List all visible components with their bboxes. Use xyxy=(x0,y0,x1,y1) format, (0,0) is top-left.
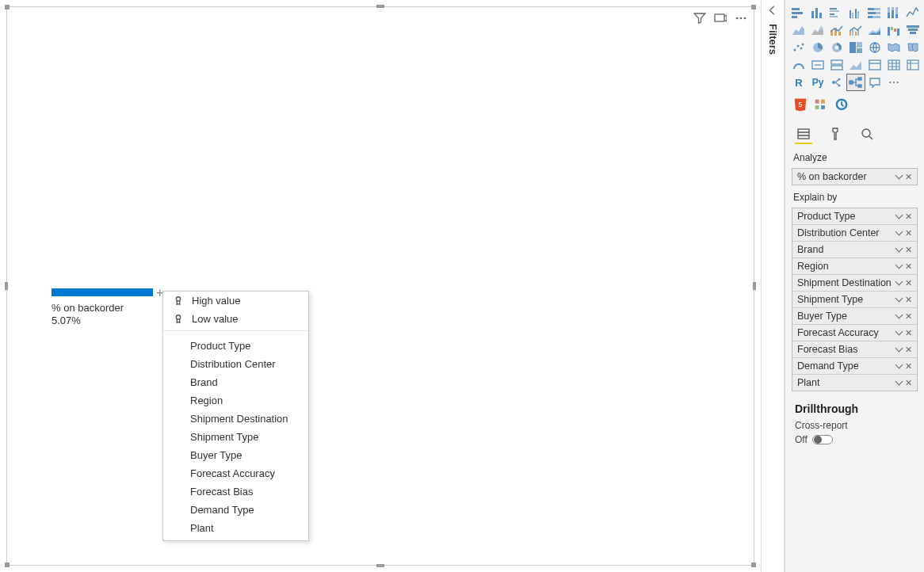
chevron-down-icon[interactable] xyxy=(896,296,902,304)
fields-tab[interactable] xyxy=(795,127,812,144)
format-tab[interactable] xyxy=(827,127,844,144)
expand-field-shipment-type[interactable]: Shipment Type xyxy=(163,428,308,446)
explain-field-plant[interactable]: Plant✕ xyxy=(792,375,917,391)
remove-field-icon[interactable]: ✕ xyxy=(905,329,912,337)
expand-field-region[interactable]: Region xyxy=(163,391,308,410)
expand-field-distribution-center[interactable]: Distribution Center xyxy=(163,355,308,373)
expand-field-forecast-accuracy[interactable]: Forecast Accuracy xyxy=(163,464,308,482)
explain-field-region[interactable]: Region✕ xyxy=(792,258,917,275)
viz-waterfall-icon[interactable] xyxy=(885,22,903,38)
resize-handle-bl[interactable] xyxy=(5,562,10,567)
viz-ribbon-icon[interactable] xyxy=(866,22,884,38)
resize-handle-tc[interactable] xyxy=(376,5,384,8)
expand-field-brand[interactable]: Brand xyxy=(163,373,308,391)
resize-handle-bc[interactable] xyxy=(376,564,384,567)
remove-field-icon[interactable]: ✕ xyxy=(905,362,912,371)
expand-field-shipment-destination[interactable]: Shipment Destination xyxy=(163,410,308,428)
viz-clustered-column-icon[interactable] xyxy=(847,5,865,21)
resize-handle-tl[interactable] xyxy=(5,5,10,10)
filter-icon[interactable] xyxy=(693,12,706,28)
viz-python-icon[interactable]: Py xyxy=(809,74,827,90)
remove-field-icon[interactable]: ✕ xyxy=(905,296,912,304)
viz-stacked-column-icon[interactable] xyxy=(809,5,827,21)
remove-field-icon[interactable]: ✕ xyxy=(905,246,912,254)
viz-treemap-icon[interactable] xyxy=(847,40,865,55)
viz-100-stacked-bar-icon[interactable] xyxy=(866,5,884,21)
remove-field-icon[interactable]: ✕ xyxy=(905,312,912,321)
viz-map-icon[interactable] xyxy=(866,40,884,55)
chevron-down-icon[interactable] xyxy=(896,379,902,387)
viz-stacked-bar-icon[interactable] xyxy=(790,5,808,21)
viz-donut-icon[interactable] xyxy=(828,40,846,55)
filters-pane-collapsed[interactable]: Filters xyxy=(761,0,785,572)
remove-field-icon[interactable]: ✕ xyxy=(905,212,912,221)
chevron-down-icon[interactable] xyxy=(896,229,902,238)
custom-viz-2-icon[interactable] xyxy=(812,97,830,112)
cross-report-toggle[interactable]: Off xyxy=(795,434,914,445)
remove-field-icon[interactable]: ✕ xyxy=(905,173,912,181)
low-value-option[interactable]: Low value xyxy=(163,310,308,328)
chevron-down-icon[interactable] xyxy=(896,262,902,271)
chevron-down-icon[interactable] xyxy=(896,212,902,221)
viz-matrix-icon[interactable] xyxy=(904,57,922,73)
explain-field-forecast-bias[interactable]: Forecast Bias✕ xyxy=(792,341,917,358)
chevron-down-icon[interactable] xyxy=(896,312,902,321)
viz-multi-row-card-icon[interactable] xyxy=(828,57,846,73)
viz-card-icon[interactable] xyxy=(809,57,827,73)
viz-funnel-icon[interactable] xyxy=(904,22,922,38)
explain-field-forecast-accuracy[interactable]: Forecast Accuracy✕ xyxy=(792,325,917,341)
analyze-field-row[interactable]: % on backorder ✕ xyxy=(792,169,917,185)
explain-field-product-type[interactable]: Product Type✕ xyxy=(792,208,917,225)
viz-qa-icon[interactable] xyxy=(866,74,884,90)
viz-scatter-icon[interactable] xyxy=(790,40,808,55)
viz-decomposition-tree-icon[interactable] xyxy=(847,74,865,90)
explain-field-brand[interactable]: Brand✕ xyxy=(792,242,917,258)
viz-more-icon[interactable]: ⋯ xyxy=(885,74,903,90)
chevron-down-icon[interactable] xyxy=(896,345,902,354)
explain-field-shipment-destination[interactable]: Shipment Destination✕ xyxy=(792,275,917,292)
chevron-down-icon[interactable] xyxy=(896,362,902,371)
remove-field-icon[interactable]: ✕ xyxy=(905,279,912,288)
viz-line-icon[interactable] xyxy=(904,5,922,21)
viz-filled-map-icon[interactable] xyxy=(885,40,903,55)
explain-by-field-well[interactable]: Product Type✕ Distribution Center✕ Brand… xyxy=(792,208,918,391)
viz-stacked-area-icon[interactable] xyxy=(809,22,827,38)
remove-field-icon[interactable]: ✕ xyxy=(905,229,912,238)
explain-field-demand-type[interactable]: Demand Type✕ xyxy=(792,358,917,375)
more-options-icon[interactable] xyxy=(735,12,747,28)
expand-field-product-type[interactable]: Product Type xyxy=(163,337,308,355)
remove-field-icon[interactable]: ✕ xyxy=(905,345,912,354)
viz-100-stacked-column-icon[interactable] xyxy=(885,5,903,21)
analytics-tab[interactable] xyxy=(858,127,876,144)
explain-field-distribution-center[interactable]: Distribution Center✕ xyxy=(792,225,917,242)
custom-viz-3-icon[interactable] xyxy=(833,97,850,112)
expand-field-demand-type[interactable]: Demand Type xyxy=(163,501,308,519)
decomposition-root-bar[interactable] xyxy=(52,288,153,296)
resize-handle-ml[interactable] xyxy=(5,282,8,290)
explain-field-shipment-type[interactable]: Shipment Type✕ xyxy=(792,292,917,308)
chevron-down-icon[interactable] xyxy=(896,329,902,337)
remove-field-icon[interactable]: ✕ xyxy=(905,262,912,271)
viz-r-script-icon[interactable]: R xyxy=(790,74,808,90)
viz-shape-map-icon[interactable] xyxy=(904,40,922,55)
expand-field-buyer-type[interactable]: Buyer Type xyxy=(163,446,308,464)
viz-line-stacked-column-icon[interactable] xyxy=(828,22,846,38)
resize-handle-tr[interactable] xyxy=(751,5,756,10)
viz-slicer-icon[interactable] xyxy=(866,57,884,73)
chevron-down-icon[interactable] xyxy=(896,173,902,181)
chevron-down-icon[interactable] xyxy=(896,279,902,288)
resize-handle-br[interactable] xyxy=(751,562,756,567)
viz-gauge-icon[interactable] xyxy=(790,57,808,73)
explain-field-buyer-type[interactable]: Buyer Type✕ xyxy=(792,308,917,325)
report-canvas[interactable]: + % on backorder 5.07% High value Low va… xyxy=(6,6,754,566)
expand-field-plant[interactable]: Plant xyxy=(163,519,308,537)
remove-field-icon[interactable]: ✕ xyxy=(905,379,912,387)
custom-viz-html-icon[interactable]: 5 xyxy=(792,97,809,112)
high-value-option[interactable]: High value xyxy=(163,292,308,310)
viz-table-icon[interactable] xyxy=(885,57,903,73)
viz-line-clustered-column-icon[interactable] xyxy=(847,22,865,38)
viz-pie-icon[interactable] xyxy=(809,40,827,55)
viz-kpi-icon[interactable] xyxy=(847,57,865,73)
analyze-field-well[interactable]: % on backorder ✕ xyxy=(792,168,918,185)
viz-area-icon[interactable] xyxy=(790,22,808,38)
